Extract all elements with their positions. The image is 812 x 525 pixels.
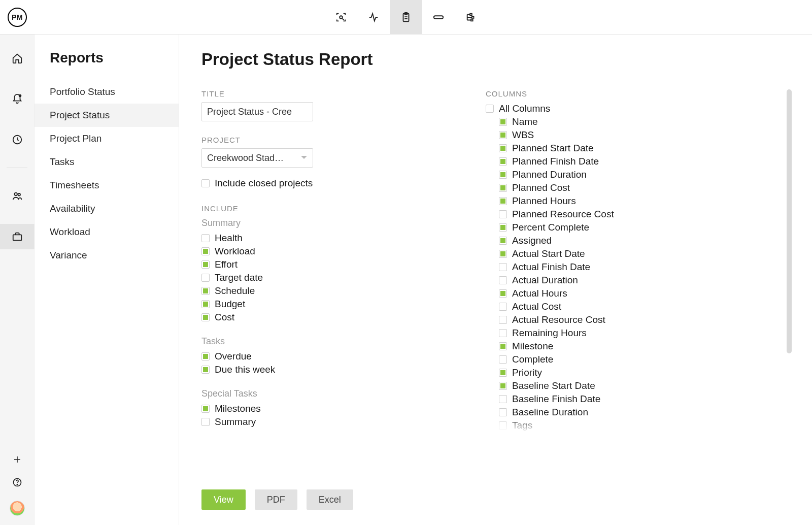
column-option[interactable]: Baseline Duration	[486, 406, 792, 419]
include-option[interactable]: Milestones	[201, 402, 415, 415]
checkbox[interactable]	[486, 105, 494, 113]
column-option[interactable]: Planned Finish Date	[486, 155, 792, 168]
column-option[interactable]: Actual Start Date	[486, 247, 792, 260]
checkbox[interactable]	[201, 179, 210, 187]
checkbox[interactable]	[201, 300, 210, 308]
column-option[interactable]: Remaining Hours	[486, 326, 792, 340]
pdf-button[interactable]: PDF	[255, 489, 297, 510]
column-option[interactable]: Planned Resource Cost	[486, 208, 792, 221]
checkbox[interactable]	[499, 276, 507, 284]
scrollbar[interactable]	[787, 89, 792, 353]
checkbox[interactable]	[499, 210, 507, 218]
bell-icon[interactable]	[0, 86, 35, 112]
checkbox[interactable]	[201, 287, 210, 295]
checkbox[interactable]	[499, 223, 507, 232]
title-input[interactable]	[201, 102, 313, 121]
checkbox[interactable]	[499, 118, 507, 126]
column-option[interactable]: Planned Hours	[486, 194, 792, 208]
checkbox[interactable]	[499, 421, 507, 430]
checkbox[interactable]	[499, 157, 507, 166]
sidebar-item-availability[interactable]: Availability	[35, 197, 179, 220]
checkbox[interactable]	[499, 342, 507, 350]
checkbox[interactable]	[499, 303, 507, 311]
help-icon[interactable]	[0, 477, 35, 487]
home-icon[interactable]	[0, 46, 35, 71]
column-option[interactable]: Actual Finish Date	[486, 260, 792, 274]
column-option[interactable]: Baseline Start Date	[486, 379, 792, 392]
include-option[interactable]: Cost	[201, 311, 415, 324]
clipboard-icon[interactable]	[390, 0, 422, 34]
sidebar-item-timesheets[interactable]: Timesheets	[35, 174, 179, 197]
include-option[interactable]: Target date	[201, 271, 415, 284]
include-option[interactable]: Overdue	[201, 350, 415, 363]
column-option[interactable]: Actual Duration	[486, 274, 792, 287]
column-option[interactable]: Tags	[486, 419, 792, 432]
include-option[interactable]: Effort	[201, 258, 415, 271]
link-icon[interactable]	[422, 0, 455, 34]
checkbox[interactable]	[499, 369, 507, 377]
include-option[interactable]: Budget	[201, 298, 415, 311]
scan-icon[interactable]	[325, 0, 357, 34]
include-closed-row[interactable]: Include closed projects	[201, 177, 415, 190]
checkbox[interactable]	[499, 197, 507, 205]
column-option[interactable]: Planned Start Date	[486, 142, 792, 155]
column-option[interactable]: Actual Hours	[486, 287, 792, 300]
app-logo[interactable]: PM	[8, 8, 27, 27]
column-option[interactable]: WBS	[486, 128, 792, 142]
checkbox[interactable]	[499, 263, 507, 271]
clock-icon[interactable]	[0, 127, 35, 152]
column-option[interactable]: Complete	[486, 353, 792, 366]
sidebar-item-variance[interactable]: Variance	[35, 244, 179, 267]
checkbox[interactable]	[499, 131, 507, 139]
include-option[interactable]: Summary	[201, 415, 415, 429]
column-option[interactable]: Priority	[486, 366, 792, 379]
excel-button[interactable]: Excel	[307, 489, 353, 510]
sidebar-item-tasks[interactable]: Tasks	[35, 150, 179, 174]
avatar[interactable]	[10, 501, 25, 516]
checkbox[interactable]	[201, 247, 210, 255]
checkbox[interactable]	[201, 234, 210, 242]
column-option[interactable]: Actual Resource Cost	[486, 313, 792, 326]
sidebar-item-workload[interactable]: Workload	[35, 220, 179, 244]
column-option[interactable]: Planned Duration	[486, 168, 792, 181]
checkbox[interactable]	[499, 395, 507, 403]
include-option[interactable]: Schedule	[201, 284, 415, 298]
view-button[interactable]: View	[201, 489, 246, 510]
checkbox[interactable]	[499, 316, 507, 324]
checkbox[interactable]	[201, 418, 210, 426]
checkbox[interactable]	[201, 260, 210, 269]
briefcase-icon[interactable]	[0, 224, 35, 249]
sidebar-item-project-plan[interactable]: Project Plan	[35, 127, 179, 150]
column-option[interactable]: Baseline Finish Date	[486, 392, 792, 406]
include-option[interactable]: Workload	[201, 245, 415, 258]
people-icon[interactable]	[0, 183, 35, 209]
checkbox[interactable]	[499, 144, 507, 152]
checkbox[interactable]	[499, 250, 507, 258]
include-option[interactable]: Health	[201, 232, 415, 245]
column-option-all[interactable]: All Columns	[486, 102, 792, 115]
checkbox[interactable]	[499, 355, 507, 364]
column-option[interactable]: Planned Cost	[486, 181, 792, 194]
include-option[interactable]: Due this week	[201, 363, 415, 376]
checkbox[interactable]	[201, 366, 210, 374]
checkbox[interactable]	[499, 171, 507, 179]
checkbox[interactable]	[201, 313, 210, 321]
checkbox[interactable]	[499, 382, 507, 390]
column-option[interactable]: Name	[486, 115, 792, 128]
checkbox[interactable]	[499, 184, 507, 192]
sidebar-item-portfolio-status[interactable]: Portfolio Status	[35, 80, 179, 104]
column-option[interactable]: Actual Cost	[486, 300, 792, 313]
activity-icon[interactable]	[357, 0, 390, 34]
checkbox[interactable]	[499, 289, 507, 298]
flow-icon[interactable]	[455, 0, 487, 34]
add-icon[interactable]	[0, 455, 35, 464]
sidebar-item-project-status[interactable]: Project Status	[35, 104, 179, 127]
checkbox[interactable]	[499, 408, 507, 416]
checkbox[interactable]	[201, 274, 210, 282]
checkbox[interactable]	[201, 352, 210, 360]
checkbox[interactable]	[201, 405, 210, 413]
checkbox[interactable]	[499, 237, 507, 245]
column-option[interactable]: Assigned	[486, 234, 792, 247]
column-option[interactable]: Milestone	[486, 340, 792, 353]
checkbox[interactable]	[499, 329, 507, 337]
